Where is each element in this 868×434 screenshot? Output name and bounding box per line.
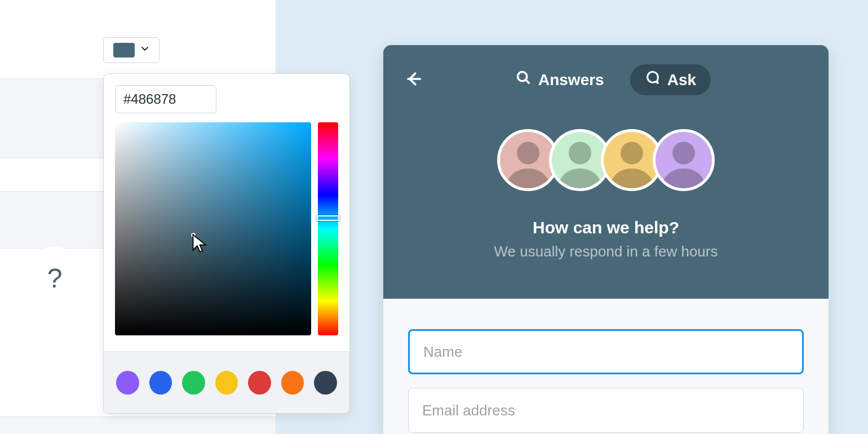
svg-point-2 [569, 142, 591, 165]
saturation-value-field[interactable] [115, 122, 311, 335]
color-swatch [113, 43, 135, 57]
widget-title: How can we help? [533, 218, 679, 237]
preset-blue[interactable] [149, 371, 172, 395]
color-dropdown-trigger[interactable] [103, 37, 160, 63]
sv-indicator[interactable] [191, 233, 196, 237]
svg-point-1 [517, 142, 539, 165]
tab-answers[interactable]: Answers [501, 64, 619, 95]
back-button[interactable] [402, 68, 425, 90]
widget-header: Answers Ask How can we help? We usually … [383, 45, 829, 299]
chevron-down-icon [140, 45, 149, 56]
tab-ask[interactable]: Ask [630, 64, 711, 95]
widget-body [383, 299, 829, 434]
preset-yellow[interactable] [215, 371, 238, 395]
chat-icon [645, 70, 661, 90]
help-widget: Answers Ask How can we help? We usually … [383, 45, 829, 434]
preset-orange[interactable] [281, 371, 304, 395]
svg-point-4 [672, 142, 695, 165]
help-fab[interactable]: ? [24, 247, 86, 309]
tab-label: Ask [667, 71, 696, 89]
tab-label: Answers [538, 71, 604, 89]
avatar [653, 129, 715, 191]
widget-subtitle: We usually respond in a few hours [494, 243, 718, 260]
hue-slider[interactable] [318, 122, 338, 335]
preset-row [104, 351, 349, 413]
agent-avatars [497, 129, 715, 191]
svg-point-3 [621, 142, 643, 165]
widget-tabs: Answers Ask [405, 64, 807, 95]
name-field[interactable] [408, 329, 804, 374]
preset-slate[interactable] [314, 371, 337, 395]
color-picker-popover [103, 73, 350, 414]
preset-green[interactable] [182, 371, 205, 395]
settings-row [0, 0, 276, 79]
cursor-icon [192, 234, 209, 259]
preset-purple[interactable] [116, 371, 139, 395]
search-icon [516, 70, 532, 90]
hue-thumb[interactable] [316, 215, 340, 221]
preset-red[interactable] [248, 371, 271, 395]
hex-input[interactable] [115, 85, 216, 113]
question-icon: ? [47, 263, 63, 294]
email-field[interactable] [408, 388, 804, 433]
